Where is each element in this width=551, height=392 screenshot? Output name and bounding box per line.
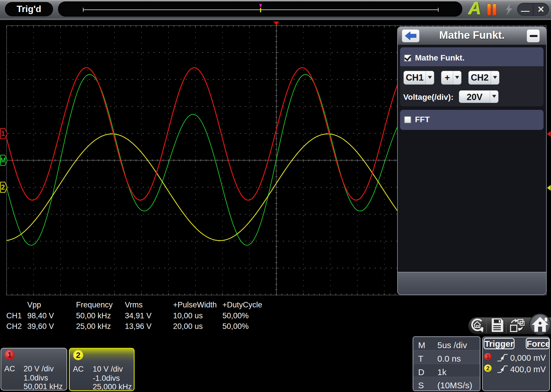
svg-text:M: M [0, 156, 6, 164]
svg-text:1: 1 [1, 130, 5, 137]
svg-text:2: 2 [1, 183, 5, 191]
